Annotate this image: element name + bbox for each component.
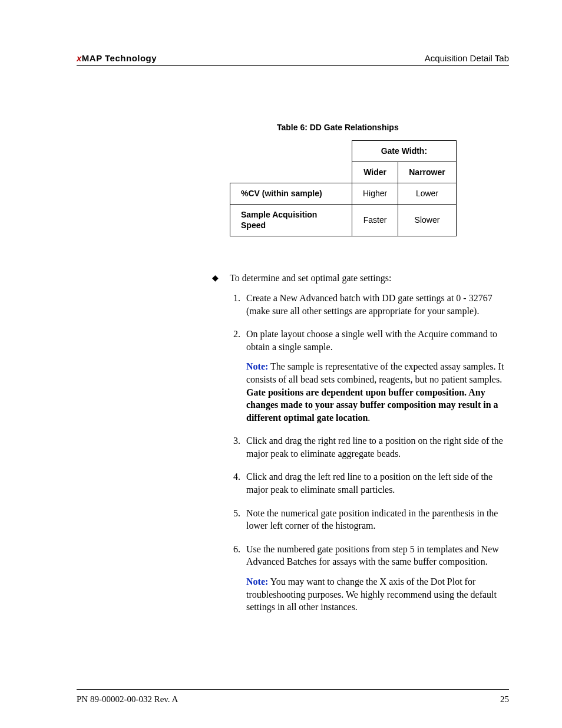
- step-1: Create a New Advanced batch with DD gate…: [243, 292, 509, 317]
- dd-gate-table: Gate Width: Wider Narrower %CV (within s…: [230, 140, 457, 236]
- step-5: Note the numerical gate position indicat…: [243, 507, 509, 532]
- header-right: Acquisition Detail Tab: [425, 53, 509, 63]
- step-6: Use the numbered gate positions from ste…: [243, 543, 509, 614]
- step-2: On plate layout choose a single well wit…: [243, 328, 509, 424]
- page-number: 25: [500, 694, 509, 704]
- step-2-note: Note: The sample is representative of th…: [246, 360, 509, 424]
- step-6-note: Note: You may want to change the X axis …: [246, 575, 509, 614]
- table-row: Sample Acquisition Speed Faster Slower: [230, 204, 457, 236]
- step-3: Click and drag the right red line to a p…: [243, 434, 509, 460]
- table-row: %CV (within sample) Higher Lower: [230, 183, 457, 204]
- step-4: Click and drag the left red line to a po…: [243, 470, 509, 496]
- col-narrower: Narrower: [398, 162, 456, 183]
- header-rule: [77, 65, 509, 66]
- steps-list: Create a New Advanced batch with DD gate…: [230, 292, 509, 614]
- footer: PN 89-00002-00-032 Rev. A 25: [77, 689, 509, 704]
- header-left: xMAP Technology: [77, 53, 157, 63]
- table-caption: Table 6: DD Gate Relationships: [277, 122, 509, 133]
- footer-left: PN 89-00002-00-032 Rev. A: [77, 694, 178, 704]
- col-wider: Wider: [352, 162, 398, 183]
- table-span-header: Gate Width:: [352, 140, 457, 162]
- intro-text: To determine and set optimal gate settin…: [212, 272, 509, 285]
